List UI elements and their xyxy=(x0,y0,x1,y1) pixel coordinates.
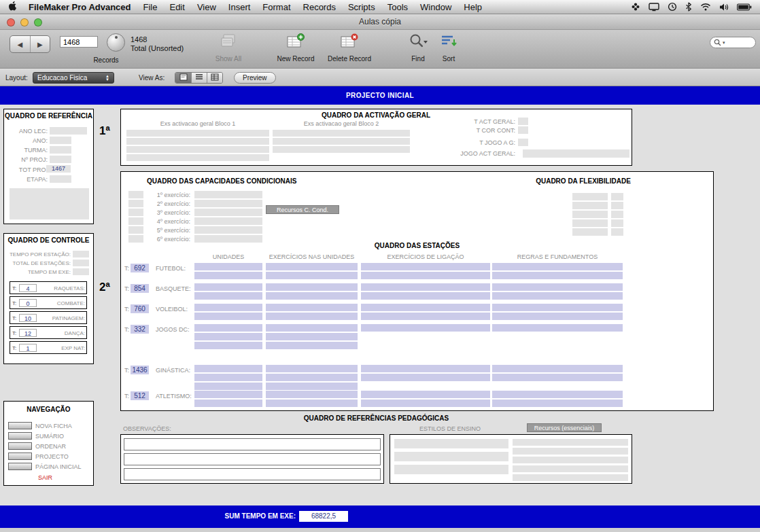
etapa-field[interactable] xyxy=(50,175,71,183)
bloco1-field[interactable] xyxy=(126,138,269,145)
volume-icon[interactable] xyxy=(719,3,729,12)
t-act-geral-field[interactable] xyxy=(518,118,528,125)
bloco1-field[interactable] xyxy=(126,146,269,153)
station-time-field[interactable]: 760 xyxy=(131,304,149,313)
station-field[interactable] xyxy=(266,292,358,300)
menu-tools[interactable]: Tools xyxy=(381,0,414,14)
spaces-icon[interactable] xyxy=(631,2,640,12)
referencia-notes-field[interactable] xyxy=(10,188,89,219)
sumario-button[interactable] xyxy=(8,432,32,440)
menu-window[interactable]: Window xyxy=(414,0,457,14)
station-field[interactable] xyxy=(266,304,358,311)
station-field[interactable] xyxy=(361,374,490,381)
flexibilidade-field[interactable] xyxy=(572,228,608,236)
station-field[interactable] xyxy=(492,365,623,372)
estilos-field[interactable] xyxy=(513,457,628,463)
station-field[interactable] xyxy=(194,313,262,320)
view-list-button[interactable] xyxy=(191,73,207,83)
observacoes-field[interactable] xyxy=(124,438,381,450)
exercicio-field[interactable] xyxy=(194,200,262,207)
station-field[interactable] xyxy=(266,365,358,372)
observacoes-field[interactable] xyxy=(124,453,381,465)
flexibilidade-field[interactable] xyxy=(611,211,623,218)
station-field[interactable] xyxy=(194,391,262,398)
nav-item-label[interactable]: SUMÁRIO xyxy=(35,433,64,440)
station-field[interactable] xyxy=(492,272,623,279)
menu-records[interactable]: Records xyxy=(297,0,342,14)
new-record-button[interactable]: New Record xyxy=(273,33,318,63)
view-table-button[interactable] xyxy=(207,73,222,83)
exp-nat-time-field[interactable]: 1 xyxy=(19,344,37,352)
menu-scripts[interactable]: Scripts xyxy=(342,0,381,14)
station-time-field[interactable]: 692 xyxy=(131,264,149,272)
station-field[interactable] xyxy=(194,374,262,381)
station-field[interactable] xyxy=(194,324,262,332)
pagina-inicial-button[interactable] xyxy=(8,463,32,470)
station-field[interactable] xyxy=(266,391,358,398)
station-field[interactable] xyxy=(361,365,490,372)
station-field[interactable] xyxy=(194,333,262,340)
station-field[interactable] xyxy=(266,313,358,320)
search-field[interactable]: ▾ xyxy=(710,37,756,48)
view-form-button[interactable] xyxy=(175,73,191,83)
station-time-field[interactable]: 332 xyxy=(131,325,149,334)
bluetooth-icon[interactable] xyxy=(685,2,692,12)
station-field[interactable] xyxy=(361,263,490,270)
recursos-essenciais-button[interactable]: Recursos (essenciais) xyxy=(527,423,602,432)
station-field[interactable] xyxy=(266,272,358,279)
station-field[interactable] xyxy=(492,391,623,398)
previous-record-button[interactable]: ◀ xyxy=(10,36,31,52)
bloco2-field[interactable] xyxy=(273,146,410,153)
menu-insert[interactable]: Insert xyxy=(222,0,257,14)
flexibilidade-field[interactable] xyxy=(572,202,608,209)
menu-app-name[interactable]: FileMaker Pro Advanced xyxy=(22,0,137,14)
station-field[interactable] xyxy=(194,365,262,372)
station-field[interactable] xyxy=(361,324,490,332)
danca-time-field[interactable]: 12 xyxy=(19,329,37,337)
ano-field[interactable] xyxy=(50,137,71,144)
total-estacoes-field[interactable] xyxy=(73,260,89,266)
station-field[interactable] xyxy=(266,383,358,390)
station-field[interactable] xyxy=(361,283,490,291)
flexibilidade-field[interactable] xyxy=(611,202,623,209)
exercicio-field[interactable] xyxy=(194,226,262,234)
display-icon[interactable] xyxy=(649,3,659,12)
estilos-field[interactable] xyxy=(513,439,628,446)
ordenar-button[interactable] xyxy=(8,442,32,450)
nav-item-label[interactable]: PÁGINA INICIAL xyxy=(35,463,82,470)
tempo-exe-field[interactable] xyxy=(73,268,89,275)
station-field[interactable] xyxy=(194,292,262,300)
flexibilidade-field[interactable] xyxy=(572,219,608,227)
num-proj-field[interactable] xyxy=(50,156,71,163)
sum-tempo-field[interactable]: 68822,5 xyxy=(299,511,348,522)
find-button[interactable]: Find xyxy=(402,33,434,63)
station-field[interactable] xyxy=(492,292,623,300)
estilos-field[interactable] xyxy=(394,439,508,448)
station-field[interactable] xyxy=(361,391,490,398)
bloco2-field[interactable] xyxy=(273,130,410,137)
station-field[interactable] xyxy=(492,283,623,291)
projecto-button[interactable] xyxy=(8,453,32,460)
menu-help[interactable]: Help xyxy=(457,0,488,14)
sort-button[interactable]: Sort xyxy=(435,33,462,63)
combate-time-field[interactable]: 0 xyxy=(19,299,37,307)
station-field[interactable] xyxy=(194,342,262,349)
menu-format[interactable]: Format xyxy=(256,0,296,14)
exercicio-num-field[interactable] xyxy=(128,226,143,234)
menu-view[interactable]: View xyxy=(191,0,222,14)
flexibilidade-field[interactable] xyxy=(611,219,623,227)
station-field[interactable] xyxy=(194,304,262,311)
flexibilidade-field[interactable] xyxy=(611,228,623,236)
station-time-field[interactable]: 854 xyxy=(131,284,149,293)
station-field[interactable] xyxy=(194,272,262,279)
station-field[interactable] xyxy=(194,383,262,390)
wifi-icon[interactable] xyxy=(700,3,711,11)
estilos-field[interactable] xyxy=(394,465,508,474)
exercicio-field[interactable] xyxy=(194,209,262,216)
next-record-button[interactable]: ▶ xyxy=(31,36,50,52)
flexibilidade-field[interactable] xyxy=(572,193,608,200)
exercicio-field[interactable] xyxy=(194,217,262,225)
bloco1-field[interactable] xyxy=(126,154,269,161)
battery-icon[interactable] xyxy=(737,3,752,11)
station-field[interactable] xyxy=(266,374,358,381)
